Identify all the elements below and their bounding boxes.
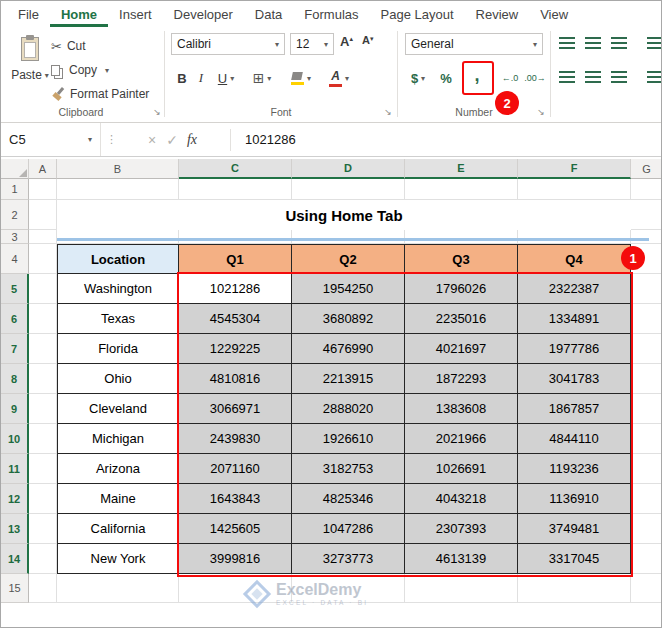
table-cell-location-9[interactable]: Cleveland [57, 394, 179, 424]
align-center-button[interactable] [585, 71, 601, 83]
table-cell-location-12[interactable]: Maine [57, 484, 179, 514]
cell-A12[interactable] [29, 484, 57, 514]
table-header-q2[interactable]: Q2 [292, 244, 405, 274]
percent-style-button[interactable]: % [437, 65, 455, 91]
cell-E15[interactable] [405, 574, 518, 603]
cell-A8[interactable] [29, 364, 57, 394]
paste-button[interactable]: Paste ▾ [9, 33, 51, 101]
decrease-font-size-button[interactable]: A ▾ [362, 35, 373, 46]
table-cell-location-8[interactable]: Ohio [57, 364, 179, 394]
cell-A6[interactable] [29, 304, 57, 334]
formula-bar-handle[interactable]: ⋮ [101, 133, 122, 146]
cell-A15[interactable] [29, 574, 57, 603]
cell-A4[interactable] [29, 244, 57, 274]
decrease-decimal-button[interactable]: .00→ [523, 65, 547, 91]
sheet-title[interactable]: Using Home Tab [57, 200, 631, 230]
row-header-11[interactable]: 11 [1, 454, 29, 484]
table-header-q1[interactable]: Q1 [179, 244, 292, 274]
cell-D1[interactable] [292, 179, 405, 200]
cell-G6[interactable] [631, 304, 661, 334]
cell-B1[interactable] [57, 179, 179, 200]
format-painter-button[interactable]: Format Painter [47, 83, 153, 105]
row-header-3[interactable]: 3 [1, 230, 29, 244]
cell-C1[interactable] [179, 179, 292, 200]
cell-E3[interactable] [405, 230, 518, 244]
column-header-D[interactable]: D [292, 159, 405, 179]
enter-check-icon[interactable]: ✓ [162, 132, 182, 148]
cell-B3[interactable] [57, 230, 179, 244]
cell-A11[interactable] [29, 454, 57, 484]
ribbon-tab-page-layout[interactable]: Page Layout [370, 1, 465, 27]
align-right-button[interactable] [611, 71, 627, 83]
cancel-icon[interactable]: × [142, 132, 162, 148]
cell-G12[interactable] [631, 484, 661, 514]
row-header-2[interactable]: 2 [1, 200, 29, 230]
cell-A10[interactable] [29, 424, 57, 454]
ribbon-tab-file[interactable]: File [7, 1, 50, 27]
cell-B15[interactable] [57, 574, 179, 603]
column-header-F[interactable]: F [518, 159, 631, 179]
cell-G2[interactable] [631, 200, 661, 230]
column-header-B[interactable]: B [57, 159, 179, 179]
align-middle-button[interactable] [585, 37, 601, 49]
column-header-A[interactable]: A [29, 159, 57, 179]
table-cell-location-5[interactable]: Washington [57, 274, 179, 304]
table-cell-location-10[interactable]: Michigan [57, 424, 179, 454]
row-header-4[interactable]: 4 [1, 244, 29, 274]
fill-color-button[interactable]: ▾ [285, 65, 317, 91]
cell-A13[interactable] [29, 514, 57, 544]
cut-button[interactable]: ✂ Cut [47, 35, 90, 57]
cell-G11[interactable] [631, 454, 661, 484]
table-cell-location-14[interactable]: New York [57, 544, 179, 574]
row-header-14[interactable]: 14 [1, 544, 29, 574]
number-format-combo[interactable]: General ▾ [405, 33, 543, 55]
cell-G8[interactable] [631, 364, 661, 394]
cell-A9[interactable] [29, 394, 57, 424]
accounting-format-button[interactable]: $ ▾ [405, 65, 431, 91]
cell-A7[interactable] [29, 334, 57, 364]
cell-G14[interactable] [631, 544, 661, 574]
align-top-button[interactable] [559, 37, 575, 49]
font-name-combo[interactable]: Calibri ▾ [171, 33, 285, 55]
cell-A2[interactable] [29, 200, 57, 230]
row-header-8[interactable]: 8 [1, 364, 29, 394]
insert-function-button[interactable]: fx [182, 132, 202, 148]
row-header-6[interactable]: 6 [1, 304, 29, 334]
ribbon-tab-insert[interactable]: Insert [108, 1, 163, 27]
align-bottom-button[interactable] [611, 37, 627, 49]
font-dialog-launcher-icon[interactable]: ↘ [382, 107, 394, 117]
cell-A5[interactable] [29, 274, 57, 304]
underline-button[interactable]: U ▾ [212, 65, 240, 91]
copy-button[interactable]: Copy ▾ [47, 59, 113, 81]
align-left-button[interactable] [559, 71, 575, 83]
column-header-G[interactable]: G [631, 159, 661, 179]
row-header-7[interactable]: 7 [1, 334, 29, 364]
cell-G9[interactable] [631, 394, 661, 424]
cell-G15[interactable] [631, 574, 661, 603]
cell-A3[interactable] [29, 230, 57, 244]
clipboard-dialog-launcher-icon[interactable]: ↘ [151, 107, 163, 117]
ribbon-tab-view[interactable]: View [529, 1, 579, 27]
cell-E1[interactable] [405, 179, 518, 200]
table-header-location[interactable]: Location [57, 244, 179, 274]
cell-G5[interactable] [631, 274, 661, 304]
table-header-q3[interactable]: Q3 [405, 244, 518, 274]
cell-D3[interactable] [292, 230, 405, 244]
cell-G3[interactable] [631, 230, 661, 244]
name-box[interactable]: C5 ▾ [1, 123, 101, 156]
cell-C3[interactable] [179, 230, 292, 244]
cell-F3[interactable] [518, 230, 631, 244]
ribbon-tab-data[interactable]: Data [244, 1, 293, 27]
orientation-button[interactable] [647, 37, 662, 49]
cell-F1[interactable] [518, 179, 631, 200]
cell-G10[interactable] [631, 424, 661, 454]
table-cell-location-6[interactable]: Texas [57, 304, 179, 334]
row-header-1[interactable]: 1 [1, 179, 29, 200]
number-dialog-launcher-icon[interactable]: ↘ [535, 107, 547, 117]
row-header-5[interactable]: 5 [1, 274, 29, 304]
cell-G13[interactable] [631, 514, 661, 544]
table-cell-location-11[interactable]: Arizona [57, 454, 179, 484]
row-header-15[interactable]: 15 [1, 574, 29, 603]
increase-font-size-button[interactable]: A ▴ [340, 35, 353, 48]
cell-G7[interactable] [631, 334, 661, 364]
